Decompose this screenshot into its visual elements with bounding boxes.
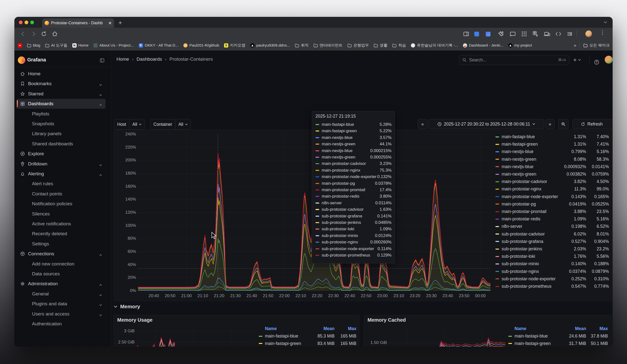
cast-icon[interactable]: [510, 31, 516, 37]
browser-menu-kebab-icon[interactable]: ⋮: [599, 30, 606, 36]
extension-blue-icon[interactable]: [474, 32, 479, 36]
new-button[interactable]: +: [573, 55, 581, 65]
sidebar-item-data-sources[interactable]: Data sources: [16, 269, 105, 279]
legend-row-main-fastapi-green[interactable]: main-fastapi-green31.7 MiB50.1 MiB: [508, 341, 608, 346]
memory-usage-chart[interactable]: [137, 328, 256, 347]
legend-row-sub-protostar-node-exporter[interactable]: sub-protostar-node-exporter0.252%0.310%: [495, 276, 609, 281]
minimize-window-icon[interactable]: [25, 21, 28, 24]
close-tab-icon[interactable]: [108, 22, 111, 25]
bookmark-item[interactable]: About Us - Project...: [94, 43, 134, 47]
sidebar-item-home[interactable]: Home: [16, 69, 105, 79]
side-panel-icon[interactable]: [463, 31, 470, 37]
close-window-icon[interactable]: [19, 21, 23, 24]
extension-gradient-icon[interactable]: [486, 32, 490, 36]
legend-row-main-protostar-nginx[interactable]: main-protostar-nginx11.3%99.0%: [495, 186, 609, 192]
memory-usage-panel[interactable]: Memory Usage 3 GiB2.50 GiB2 GiB1.50 GiB1…: [113, 315, 359, 347]
container-value[interactable]: All: [178, 122, 183, 127]
time-shift-forward-button[interactable]: »: [545, 119, 555, 129]
bookmark-item[interactable]: AI 도구들: [45, 43, 67, 48]
sidebar-item-starred[interactable]: Starred: [16, 89, 105, 99]
legend-row-main-protostar-redis[interactable]: main-protostar-redis1.09%5.16%: [495, 216, 609, 222]
all-bookmarks-button[interactable]: 모든 북마크: [583, 43, 610, 48]
bookmark-item[interactable]: blog: [27, 43, 40, 47]
sidebar-item-library-panels[interactable]: Library panels: [16, 129, 105, 139]
legend-row-main-fastapi-blue[interactable]: main-fastapi-blue85.3 MiB165 MiB: [259, 334, 356, 339]
refresh-button[interactable]: Refresh: [573, 119, 611, 129]
legend-row-sub-protostar-nginx[interactable]: sub-protostar-nginx0.0374%0.0879%: [495, 269, 609, 274]
bookmark-item[interactable]: 카카오맵: [224, 43, 245, 48]
sidebar-item-general[interactable]: General: [16, 289, 105, 299]
sidebar-item-explore[interactable]: Explore: [16, 149, 105, 159]
extensions-puzzle-icon[interactable]: [498, 31, 504, 37]
sidebar-item-contact-points[interactable]: Contact points: [16, 189, 105, 199]
sidebar-item-connections[interactable]: Connections: [16, 249, 105, 259]
bookmark-item[interactable]: Paul201-R/github: [183, 43, 219, 47]
legend-row-sub-protostar-jenkins[interactable]: sub-protostar-jenkins2.03%23.2%: [495, 246, 609, 252]
home-icon[interactable]: [52, 31, 58, 37]
bookmarks-overflow-chevron[interactable]: »: [574, 43, 576, 48]
sidebar-item-settings[interactable]: Settings: [16, 239, 105, 249]
breadcrumb-home[interactable]: Home: [116, 56, 129, 62]
bookmark-item[interactable]: my project: [508, 43, 532, 47]
sidebar-item-authentication[interactable]: Authentication: [16, 319, 105, 329]
legend-row-main-nestjs-green[interactable]: main-nestjs-green8.08%58.3%: [495, 157, 609, 162]
breadcrumb-dashboards[interactable]: Dashboards: [137, 56, 162, 62]
sidebar-item-add-new-connection[interactable]: Add new connection: [16, 259, 105, 269]
legend-row-main-protostar-cadvisor[interactable]: main-protostar-cadvisor3.82%4.50%: [495, 179, 609, 184]
legend-row-sub-protostar-loki[interactable]: sub-protostar-loki1.76%5.56%: [495, 254, 609, 259]
legend-row-sub-protostar-grafana[interactable]: sub-protostar-grafana0.527%0.904%: [495, 239, 609, 244]
forward-icon[interactable]: [30, 31, 37, 37]
memory-cached-chart[interactable]: [389, 328, 505, 347]
variable-container[interactable]: Container All: [150, 119, 191, 130]
reload-icon[interactable]: [41, 31, 47, 37]
sidebar-item-administration[interactable]: Administration: [16, 279, 105, 289]
legend-row-main-nestjs-blue[interactable]: main-nestjs-blue0.799%5.16%: [495, 149, 609, 154]
sidebar-item-recently-deleted[interactable]: Recently deleted: [16, 229, 105, 239]
sidebar-item-users-and-access[interactable]: Users and access: [16, 309, 105, 319]
search-input[interactable]: Search... ⌘+k: [459, 55, 569, 65]
browser-tab[interactable]: Protostar-Containers - Dashb: [42, 18, 114, 28]
bookmark-item[interactable]: 엔터테이먼트: [314, 43, 343, 48]
collapse-sidebar-icon[interactable]: [100, 58, 104, 63]
bookmark-item[interactable]: 취직: [295, 43, 309, 48]
help-icon[interactable]: [594, 57, 599, 67]
devices-icon[interactable]: [544, 31, 550, 37]
legend-row-main-fastapi-blue[interactable]: main-fastapi-blue1.31%7.40%: [495, 134, 609, 139]
time-shift-back-button[interactable]: «: [418, 119, 427, 129]
media-controls-icon[interactable]: [567, 31, 573, 37]
legend-headers[interactable]: NameMeanMax: [508, 326, 608, 331]
back-icon[interactable]: [20, 31, 26, 37]
sidebar-item-silences[interactable]: Silences: [16, 209, 105, 219]
translate-icon[interactable]: [532, 31, 539, 37]
legend-row-n8n-server[interactable]: n8n-server0.198%6.52%: [495, 224, 609, 229]
legend-row-main-nextjs-blue[interactable]: main-nextjs-blue0.000932%0.0141%: [495, 164, 609, 169]
sidebar-item-snapshots[interactable]: Snapshots: [16, 119, 105, 129]
apps-grid-icon[interactable]: [521, 31, 527, 37]
sidebar-item-alerting[interactable]: Alerting: [16, 169, 105, 179]
maximize-window-icon[interactable]: [30, 21, 34, 24]
sidebar-item-playlists[interactable]: Playlists: [16, 109, 105, 119]
refresh-interval-chevron[interactable]: [611, 119, 613, 129]
sidebar-item-plugins-and-data[interactable]: Plugins and data: [16, 299, 105, 309]
time-range-picker[interactable]: 2025-12-27 20:30:22 to 2025-12-28 00:06:…: [428, 119, 544, 129]
bookmark-item[interactable]: Dashboard - Jenki...: [463, 43, 503, 47]
sidebar-item-notification-policies[interactable]: Notification policies: [16, 199, 105, 209]
legend-row-main-protostar-node-exporter[interactable]: main-protostar-node-exporter0.143%0.165%: [495, 194, 609, 199]
host-value[interactable]: All: [132, 122, 137, 127]
legend-row-sub-protostar-prometheus[interactable]: sub-protostar-prometheus0.547%0.774%: [495, 284, 609, 289]
legend-row-main-protostar-promtail[interactable]: main-protostar-promtail3.88%23.5%: [495, 209, 609, 214]
legend-row-sub-protostar-minio[interactable]: sub-protostar-minio0.140%0.188%: [495, 261, 609, 267]
memory-section-header[interactable]: Memory: [114, 304, 140, 310]
cpu-legend[interactable]: main-fastapi-blue1.31%7.40%main-fastapi-…: [495, 134, 609, 296]
bookmark-item[interactable]: 은행업무: [347, 43, 369, 48]
user-avatar[interactable]: [605, 56, 613, 64]
tab-search-chevron-icon[interactable]: [604, 21, 607, 24]
bookmark-item[interactable]: paulryu9309.ddns...: [250, 43, 290, 47]
sidebar-item-bookmarks[interactable]: Bookmarks: [16, 79, 105, 89]
bookmark-item[interactable]: [18, 43, 22, 47]
sidebar-item-dashboards[interactable]: Dashboards: [16, 99, 105, 109]
bookmark-item[interactable]: 생활: [374, 43, 387, 48]
legend-row-main-nextjs-green[interactable]: main-nextjs-green0.00382%0.0759%: [495, 172, 609, 177]
bookmark-item[interactable]: 류한솔님의 대여기록 -...: [411, 43, 458, 48]
legend-row-main-fastapi-green[interactable]: main-fastapi-green83.4 MiB165 MiB: [259, 341, 356, 346]
